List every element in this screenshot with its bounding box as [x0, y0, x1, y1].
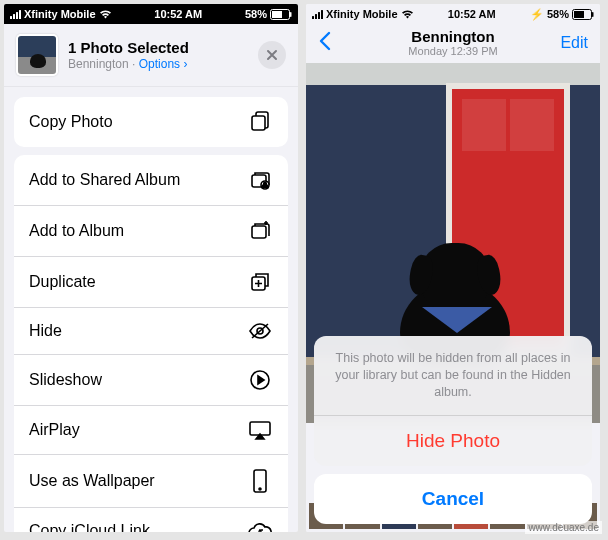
action-label: Duplicate	[29, 273, 96, 291]
action-add-album[interactable]: Add to Album	[14, 206, 288, 257]
share-subtitle: Bennington · Options ›	[68, 57, 258, 71]
status-time: 10:52 AM	[154, 8, 202, 20]
svg-point-13	[259, 488, 261, 490]
action-label: Copy Photo	[29, 113, 113, 131]
action-label: AirPlay	[29, 421, 80, 439]
svg-rect-1	[272, 11, 282, 18]
nav-title: Bennington	[358, 28, 548, 45]
action-airplay[interactable]: AirPlay	[14, 406, 288, 455]
svg-rect-7	[252, 226, 266, 238]
hide-photo-alert: This photo will be hidden from all place…	[314, 336, 592, 524]
hide-icon	[247, 322, 273, 340]
airplay-icon	[247, 420, 273, 440]
right-screenshot: Xfinity Mobile 10:52 AM ⚡ 58% Bennington…	[306, 4, 600, 532]
carrier-label: Xfinity Mobile	[326, 8, 398, 20]
action-label: Hide	[29, 322, 62, 340]
duplicate-icon	[247, 271, 273, 293]
carrier-label: Xfinity Mobile	[24, 8, 96, 20]
wifi-icon	[401, 9, 414, 19]
battery-icon	[572, 9, 594, 20]
alert-message: This photo will be hidden from all place…	[314, 336, 592, 415]
add-album-icon	[247, 220, 273, 242]
action-label: Add to Album	[29, 222, 124, 240]
signal-icon	[10, 10, 21, 19]
nav-subtitle: Monday 12:39 PM	[358, 45, 548, 57]
battery-percent: 58%	[547, 8, 569, 20]
action-label: Copy iCloud Link	[29, 522, 150, 532]
svg-rect-15	[574, 11, 584, 18]
close-button[interactable]	[258, 41, 286, 69]
watermark: www.deuaxe.de	[525, 521, 602, 534]
photo-thumbnail[interactable]	[16, 34, 58, 76]
share-title: 1 Photo Selected	[68, 39, 258, 56]
action-label: Use as Wallpaper	[29, 472, 155, 490]
status-bar: Xfinity Mobile 10:52 AM ⚡ 58%	[306, 4, 600, 24]
play-circle-icon	[247, 369, 273, 391]
signal-icon	[312, 10, 323, 19]
svg-rect-3	[252, 116, 265, 130]
action-add-shared-album[interactable]: Add to Shared Album	[14, 155, 288, 206]
navigation-bar: Bennington Monday 12:39 PM Edit	[306, 24, 600, 63]
action-hide[interactable]: Hide	[14, 308, 288, 355]
copy-photo-icon	[247, 111, 273, 133]
wifi-icon	[99, 9, 112, 19]
action-label: Slideshow	[29, 371, 102, 389]
left-screenshot: Xfinity Mobile 10:52 AM 58% 1 Photo Sele…	[4, 4, 298, 532]
action-icloud-link[interactable]: Copy iCloud Link	[14, 508, 288, 532]
action-duplicate[interactable]: Duplicate	[14, 257, 288, 308]
share-sheet-header: 1 Photo Selected Bennington · Options ›	[4, 24, 298, 87]
shared-album-icon	[247, 169, 273, 191]
phone-icon	[247, 469, 273, 493]
options-link[interactable]: Options ›	[139, 57, 188, 71]
action-wallpaper[interactable]: Use as Wallpaper	[14, 455, 288, 508]
action-copy-photo[interactable]: Copy Photo	[14, 97, 288, 147]
action-slideshow[interactable]: Slideshow	[14, 355, 288, 406]
battery-percent: 58%	[245, 8, 267, 20]
cloud-link-icon	[247, 522, 273, 532]
status-bar: Xfinity Mobile 10:52 AM 58%	[4, 4, 298, 24]
battery-icon	[270, 9, 292, 20]
action-label: Add to Shared Album	[29, 171, 180, 189]
edit-button[interactable]: Edit	[548, 34, 588, 52]
svg-rect-16	[592, 12, 594, 17]
back-button[interactable]	[318, 31, 358, 55]
hide-photo-button[interactable]: Hide Photo	[314, 415, 592, 466]
cancel-button[interactable]: Cancel	[314, 474, 592, 524]
status-time: 10:52 AM	[448, 8, 496, 20]
svg-rect-2	[290, 12, 292, 17]
